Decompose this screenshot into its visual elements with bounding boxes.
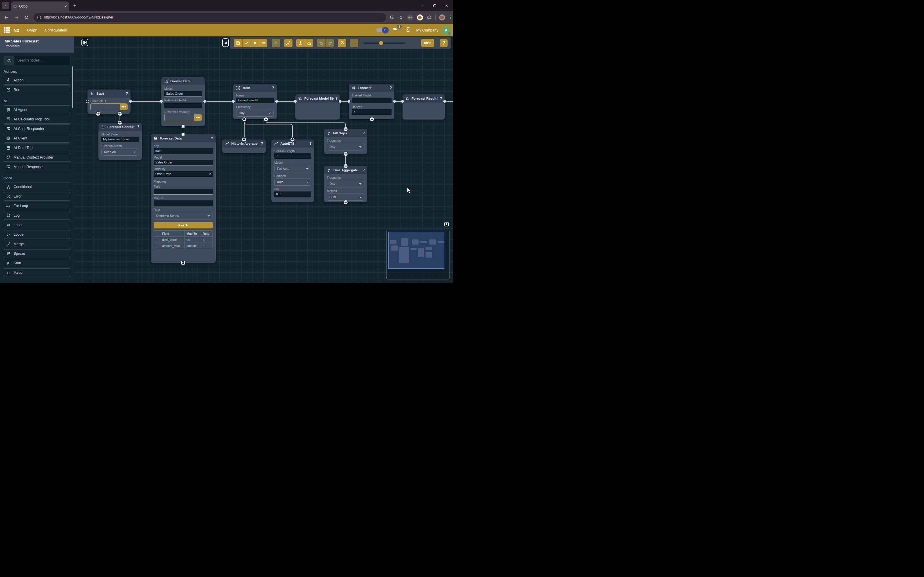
sidebar-item-log[interactable]: LOGLog [3,211,71,220]
sidebar-item-for-loop[interactable]: For Loop [3,201,71,210]
model-store-output-port[interactable] [338,99,342,105]
node-help-icon[interactable]: ? [272,86,274,90]
tab-search-chevron-icon[interactable] [2,2,9,9]
sidebar-item-ai-client[interactable]: AIAI Client [3,134,71,143]
node-help-icon[interactable]: ? [335,97,338,100]
field-select-cleanup-action[interactable]: Keep All [101,148,139,156]
sidebar-item-conditional[interactable]: Conditional [3,182,71,191]
remove-row-icon[interactable]: − [154,243,160,249]
collapse-sidebar-button[interactable] [81,39,89,46]
node-help-icon[interactable]: ? [309,142,312,145]
start-output-port[interactable] [129,99,132,105]
node-forecast-result-store[interactable]: Forecast Result Sto...? [402,94,445,119]
remove-row-icon[interactable]: − [154,237,160,243]
zoom-slider-knob[interactable] [379,41,383,45]
export-button[interactable] [296,39,305,47]
historic-average-top-port[interactable] [241,137,246,143]
forecast-chart-button[interactable] [284,39,293,47]
run-button[interactable] [251,39,259,47]
node-train[interactable]: Train?Nametrained_modelFrequencyDay [233,84,277,119]
menu-configuration[interactable]: Configuration [45,28,67,32]
add-or-edit-button[interactable]: + or ✎ [154,222,213,229]
start-input-port[interactable] [85,99,90,105]
help-button[interactable]: ? [440,39,448,47]
forecast-bottom-port[interactable] [369,117,375,123]
expand-panel-button[interactable] [222,39,229,47]
field-input-model-store[interactable]: My Forecast Store [101,137,139,142]
sidebar-item-ai-chat-responder[interactable]: AI Chat Responder [3,124,71,133]
field-input-name[interactable]: trained_model [236,98,274,103]
ellipsis-input[interactable] [90,103,120,110]
node-help-icon[interactable]: ? [390,86,392,90]
sidebar-item-spread[interactable]: Spread [3,249,71,258]
clear-icon[interactable]: ✕ [209,172,211,175]
train-model-port[interactable] [242,117,247,123]
validate-button[interactable] [242,39,251,47]
window-maximize-button[interactable] [428,0,441,11]
dark-mode-toggle[interactable]: ☾ [376,28,386,32]
minimap[interactable] [386,230,449,280]
forward-icon[interactable] [13,13,20,21]
search-input[interactable]: Search nodes... [14,56,70,65]
field-select-frequency[interactable]: Day [327,143,364,150]
sidebar-item-merge[interactable]: Merge [3,240,71,248]
profile-avatar[interactable] [439,15,445,21]
start-context-port-1[interactable] [96,111,101,118]
node-header[interactable]: Browse Data [161,77,205,85]
tab-close-icon[interactable]: ✕ [64,4,67,8]
time-aggregate-bottom-port[interactable] [343,200,348,206]
messages-icon[interactable]: 3 [393,27,398,33]
search-nodes[interactable]: Search nodes... [3,56,71,65]
window-minimize-button[interactable]: ─ [416,0,428,11]
browser-tab[interactable]: Odoo ✕ [11,2,69,11]
autoets-top-port[interactable] [290,137,295,143]
sidebar-scrollbar[interactable] [72,66,73,108]
install-app-icon[interactable] [390,15,395,20]
forecast-output-port[interactable] [393,99,396,105]
new-tab-button[interactable]: + [73,3,76,8]
node-forecast[interactable]: Forecast?Trained ModelHorizon7 [349,84,394,119]
save-button[interactable] [234,39,242,47]
minimap-viewport[interactable] [388,232,444,269]
node-start[interactable]: Start?Parameters [87,90,130,114]
field-input-horizon[interactable]: 7 [352,109,391,115]
field-input-order-by[interactable]: Order Date✕ [154,171,213,177]
sidebar-item-ai-date-tool[interactable]: AI Date Tool [3,143,71,152]
sidebar-item-run[interactable]: Run [3,85,71,94]
extensions-puzzle-icon[interactable] [427,15,432,20]
site-info-icon[interactable] [37,15,41,19]
field-input-key[interactable]: data [154,148,213,154]
forecast-data-bottom-port[interactable] [180,260,186,267]
field-select-model[interactable]: Full Auto [274,165,311,172]
field-input-model[interactable]: Sales Order [154,160,213,166]
node-time-aggregate[interactable]: Time Aggregate?FrequencyDayMethodSum [324,166,367,202]
forecast-data-top-port[interactable] [181,132,185,137]
undo-button[interactable] [317,39,325,47]
sidebar-item-manual-response[interactable]: Manual Response [3,163,71,171]
browse-data-input-port[interactable] [159,99,163,105]
sidebar-item-error[interactable]: Error [3,192,71,201]
node-help-icon[interactable]: ? [126,92,128,95]
node-forecast-model-store[interactable]: Forecast Model Sto...? [295,94,340,119]
node-help-icon[interactable]: ? [211,136,213,140]
sidebar-item-loop[interactable]: Loop [3,221,71,229]
node-forecast-context[interactable]: Forecast Context?Model StoreMy Forecast … [98,123,142,160]
reload-icon[interactable] [23,13,31,21]
field-input-model[interactable]: Sales Order [164,91,202,97]
field-input-trained-model[interactable] [352,98,391,103]
import-button[interactable] [305,39,313,47]
more-options-button[interactable] [120,103,128,110]
field-select-damped[interactable]: Auto [274,178,311,186]
start-context-port-2[interactable] [117,111,122,118]
node-help-icon[interactable]: ? [363,131,365,135]
auto-layout-button[interactable] [338,39,346,47]
sidebar-item-value[interactable]: { }Value [3,268,71,277]
model-store-input-port[interactable] [293,99,298,105]
result-store-input-port[interactable] [401,99,404,105]
url-bar[interactable]: http://localhost:8069/odoo/n2/4/N2Design… [34,13,386,22]
browser-menu-icon[interactable]: ⋮ [448,15,453,20]
sidebar-item-ai-calculator-mcp-tool[interactable]: AI Calculator Mcp Tool [3,115,71,124]
result-store-output-port[interactable] [443,99,447,105]
field-select-role[interactable]: Datetime Series [154,212,213,219]
fill-gaps-bottom-port[interactable] [343,152,348,158]
